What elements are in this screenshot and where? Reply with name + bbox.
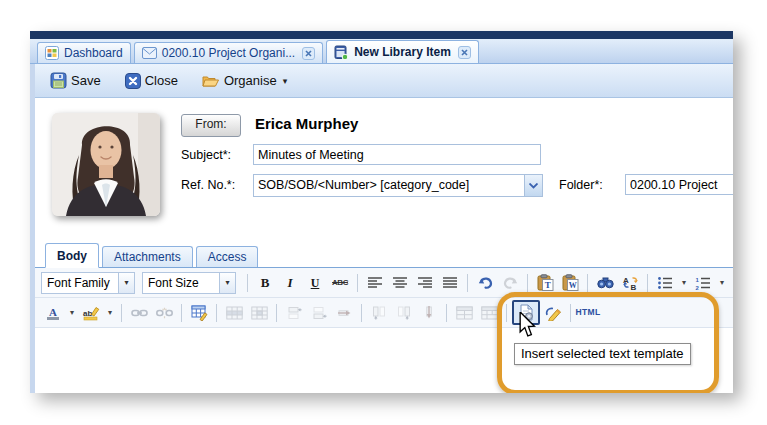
strikethrough-icon: ABC <box>332 279 348 287</box>
edit-text-template-button[interactable] <box>541 302 565 324</box>
save-button[interactable]: Save <box>45 69 106 92</box>
bold-button[interactable]: B <box>253 272 277 294</box>
table-cell-properties-icon <box>251 306 268 320</box>
table-row-properties-icon <box>226 306 243 320</box>
delete-row-button[interactable] <box>332 302 356 324</box>
editor-toolbar-row-2: A▾ab▾HTML <box>35 298 733 328</box>
from-button[interactable]: From: <box>181 114 241 137</box>
insert-column-after-button[interactable] <box>392 302 416 324</box>
close-icon[interactable] <box>302 47 315 60</box>
tab-access[interactable]: Access <box>196 246 259 267</box>
bullet-list-icon <box>657 276 673 290</box>
redo-button[interactable] <box>498 272 522 294</box>
font-family-combo-label: Font Family <box>42 273 118 293</box>
align-justify-button[interactable] <box>438 272 462 294</box>
italic-button[interactable]: I <box>278 272 302 294</box>
close-button[interactable]: Close <box>120 70 183 92</box>
insert-row-after-button[interactable] <box>307 302 331 324</box>
highlight-color-button[interactable]: ab <box>79 302 103 324</box>
toolbar-separator <box>570 304 571 322</box>
font-color-icon: A <box>45 305 61 321</box>
paste-as-text-button[interactable]: T <box>533 272 557 294</box>
folder-input[interactable] <box>625 174 733 195</box>
strikethrough-button[interactable]: ABC <box>328 272 352 294</box>
svg-text:W: W <box>568 281 576 290</box>
align-left-button[interactable] <box>363 272 387 294</box>
find-replace-button[interactable]: AB <box>618 272 642 294</box>
bold-icon: B <box>261 276 270 289</box>
insert-column-after-icon <box>397 305 411 320</box>
chevron-down-icon[interactable] <box>524 175 542 196</box>
align-justify-icon <box>442 276 458 290</box>
split-cells-button[interactable] <box>452 302 476 324</box>
chevron-down-icon[interactable]: ▾ <box>283 76 288 86</box>
tab-body[interactable]: Body <box>45 243 99 268</box>
insert-row-after-icon <box>312 306 327 320</box>
ref-no-combobox[interactable]: SOB/SOB/<Number> [category_code] <box>253 174 543 197</box>
chevron-down-icon[interactable]: ▾ <box>104 302 116 324</box>
close-icon[interactable] <box>458 46 471 59</box>
subject-input[interactable] <box>253 144 541 165</box>
undo-button[interactable] <box>473 272 497 294</box>
font-color-button[interactable]: A <box>41 302 65 324</box>
numbered-list-button[interactable]: 12 <box>691 272 715 294</box>
chevron-down-icon[interactable]: ▾ <box>219 273 235 293</box>
chevron-down-icon[interactable]: ▾ <box>66 302 78 324</box>
delete-column-button[interactable] <box>417 302 441 324</box>
align-center-button[interactable] <box>388 272 412 294</box>
insert-table-button[interactable] <box>187 302 211 324</box>
insert-table-icon <box>191 304 208 321</box>
svg-text:A: A <box>49 305 57 317</box>
underline-icon: U <box>311 277 320 289</box>
tab-label: 0200.10 Project Organi... <box>162 46 295 60</box>
unlink-icon <box>156 307 173 319</box>
paste-from-word-button[interactable]: W <box>558 272 582 294</box>
paste-as-text-icon: T <box>537 274 554 291</box>
align-left-icon <box>367 276 383 290</box>
mail-icon <box>142 47 157 59</box>
toolbar-separator <box>361 304 362 322</box>
insert-link-button[interactable] <box>127 302 151 324</box>
insert-link-icon <box>131 308 148 318</box>
table-row-properties-button[interactable] <box>222 302 246 324</box>
main-toolbar: SaveCloseOrganise▾ <box>35 64 733 98</box>
font-family-combo[interactable]: Font Family▾ <box>41 272 135 294</box>
toolbar-separator <box>276 304 277 322</box>
window-top-bar <box>30 31 733 39</box>
tab-0200-10-project-organi[interactable]: 0200.10 Project Organi... <box>134 42 323 63</box>
unlink-button[interactable] <box>152 302 176 324</box>
font-size-combo[interactable]: Font Size▾ <box>142 272 236 294</box>
merge-cells-button[interactable] <box>477 302 501 324</box>
subject-label: Subject*: <box>181 148 231 162</box>
mouse-cursor <box>518 312 536 342</box>
toolbar-separator <box>587 274 588 292</box>
organise-button[interactable]: Organise▾ <box>197 70 292 91</box>
svg-text:B: B <box>630 283 636 291</box>
insert-row-before-button[interactable] <box>282 302 306 324</box>
table-cell-properties-button[interactable] <box>247 302 271 324</box>
chevron-down-icon[interactable]: ▾ <box>716 272 728 294</box>
toolbar-separator <box>247 274 248 292</box>
tab-new-library-item[interactable]: New Library Item <box>326 40 479 63</box>
align-right-button[interactable] <box>413 272 437 294</box>
find-replace-icon: AB <box>622 275 639 290</box>
underline-button[interactable]: U <box>303 272 327 294</box>
html-source-button[interactable]: HTML <box>576 302 600 324</box>
chevron-down-icon[interactable]: ▾ <box>678 272 690 294</box>
italic-icon: I <box>287 276 292 289</box>
tab-dashboard[interactable]: Dashboard <box>37 42 131 63</box>
folder-label: Folder*: <box>559 178 603 192</box>
find-button[interactable] <box>593 272 617 294</box>
from-value: Erica Murphey <box>255 115 358 132</box>
button-label: Organise <box>224 73 277 88</box>
from-user-photo <box>52 113 160 216</box>
svg-text:ab: ab <box>83 308 92 317</box>
insert-column-before-button[interactable] <box>367 302 391 324</box>
bullet-list-button[interactable] <box>653 272 677 294</box>
dashboard-icon <box>45 46 59 60</box>
toolbar-separator <box>181 304 182 322</box>
merge-cells-icon <box>481 306 498 320</box>
tab-attachments[interactable]: Attachments <box>102 246 193 267</box>
insert-column-before-icon <box>372 305 386 320</box>
chevron-down-icon[interactable]: ▾ <box>118 273 134 293</box>
